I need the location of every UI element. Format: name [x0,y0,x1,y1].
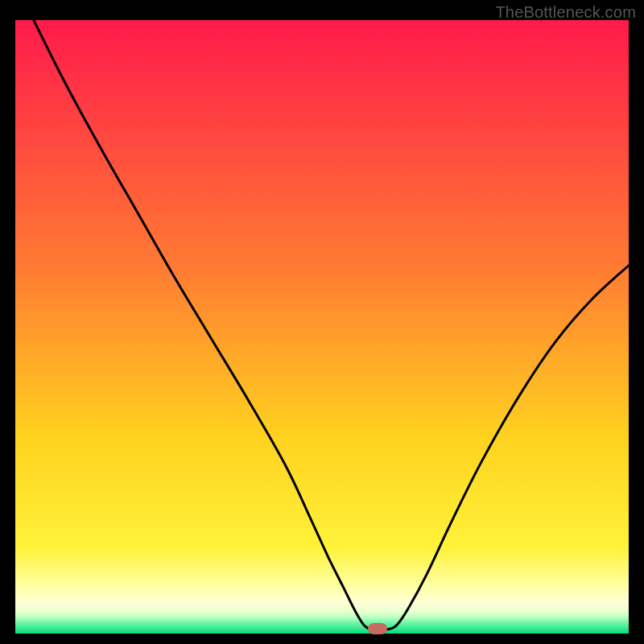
watermark-text: TheBottleneck.com [495,3,636,22]
chart-frame: TheBottleneck.com [0,0,644,644]
bottleneck-curve [15,20,629,634]
plot-area [15,20,629,634]
optimal-marker [368,623,387,634]
